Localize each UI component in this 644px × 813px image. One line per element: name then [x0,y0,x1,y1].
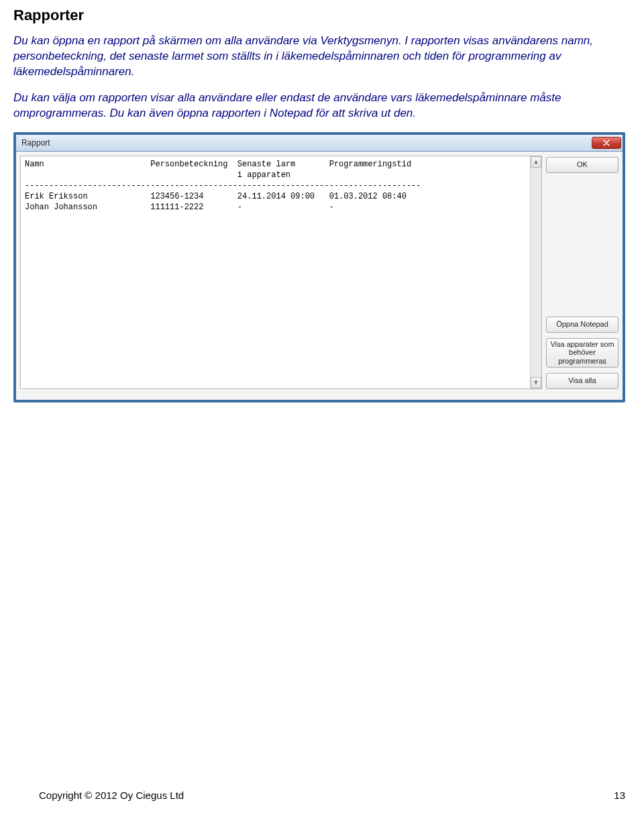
show-all-button[interactable]: Visa alla [546,373,619,389]
chevron-down-icon: ▼ [533,379,539,386]
show-need-programming-button[interactable]: Visa apparater som behöver programmeras [546,338,619,368]
report-text: Namn Personbeteckning Senaste larm Progr… [21,156,530,388]
chevron-up-icon: ▲ [533,158,539,165]
intro-paragraph-1: Du kan öppna en rapport på skärmen om al… [13,34,631,80]
dialog-titlebar: Rapport [16,135,623,152]
ok-button[interactable]: OK [546,157,619,173]
open-notepad-button[interactable]: Öppna Notepad [546,317,619,333]
dialog-title: Rapport [21,138,50,148]
close-button[interactable] [592,137,621,149]
page-title: Rapporter [13,7,631,24]
dialog-body: Namn Personbeteckning Senaste larm Progr… [16,152,623,400]
intro-paragraph-2: Du kan välja om rapporten visar alla anv… [13,91,631,121]
report-dialog: Rapport Namn Personbeteckning Senaste la… [13,132,625,402]
report-text-panel: Namn Personbeteckning Senaste larm Progr… [20,156,542,389]
copyright-text: Copyright © 2012 Oy Ciegus Ltd [39,790,184,801]
close-icon [603,140,610,146]
page-footer: Copyright © 2012 Oy Ciegus Ltd 13 [39,790,631,801]
page-number: 13 [614,790,625,801]
scroll-up-button[interactable]: ▲ [531,156,541,168]
dialog-side-buttons: OK Öppna Notepad Visa apparater som behö… [546,156,619,389]
scroll-down-button[interactable]: ▼ [531,377,541,388]
vertical-scrollbar[interactable]: ▲ ▼ [530,156,541,388]
